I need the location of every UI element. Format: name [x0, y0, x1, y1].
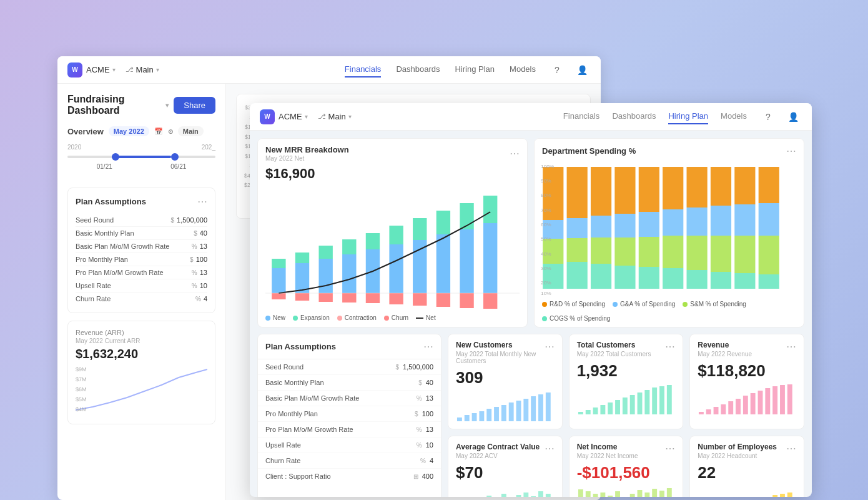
total-customers-menu[interactable]: ⋯: [665, 341, 675, 352]
bg-tab-dashboards[interactable]: Dashboards: [396, 62, 440, 78]
svg-rect-77: [711, 272, 731, 289]
legend-expansion-dot: [293, 316, 298, 321]
svg-rect-115: [623, 398, 628, 414]
legend-cogs-dot: [542, 316, 547, 321]
fg-company-selector[interactable]: ACME ▾: [279, 112, 308, 121]
svg-text:20%: 20%: [541, 280, 551, 286]
net-income-menu[interactable]: ⋯: [665, 442, 675, 454]
svg-rect-116: [629, 395, 634, 414]
revenue-kpi-menu[interactable]: ⋯: [786, 341, 796, 352]
svg-rect-82: [759, 167, 779, 203]
new-customers-chart: [456, 391, 555, 422]
svg-rect-42: [436, 293, 450, 307]
svg-rect-102: [501, 405, 506, 421]
legend-contraction: Contraction: [337, 314, 377, 321]
fg-plan-menu[interactable]: ⋯: [423, 341, 433, 352]
slider-thumb-right[interactable]: [171, 153, 179, 161]
bg-company-selector[interactable]: ACME ▾: [86, 65, 116, 74]
legend-sm-dot: [683, 302, 688, 307]
fg-header: W ACME ▾ ⎇ Main ▾ Financials Dashboards …: [250, 103, 812, 131]
legend-new-dot: [265, 316, 270, 321]
slider-thumb-left[interactable]: [112, 153, 119, 161]
fg-row2: Plan Assumptions ⋯ Seed Round $ 1,500,00…: [257, 334, 804, 497]
svg-rect-156: [637, 490, 642, 497]
mrr-menu[interactable]: ⋯: [510, 148, 520, 159]
svg-rect-18: [342, 254, 356, 293]
fg-tab-financials[interactable]: Financials: [563, 109, 600, 124]
svg-rect-50: [567, 167, 588, 218]
fg-plan-row-1: Basic Monthly Plan $ 40: [258, 375, 441, 391]
employees-menu[interactable]: ⋯: [786, 442, 796, 454]
svg-rect-147: [546, 494, 551, 497]
bg-tab-models[interactable]: Models: [510, 62, 536, 78]
acv-title: Average Contract Value: [456, 442, 540, 451]
svg-text:60%: 60%: [541, 222, 551, 228]
svg-rect-146: [538, 491, 543, 497]
svg-rect-127: [736, 399, 741, 414]
employees-subtitle: May 2022 Headcount: [698, 452, 777, 459]
svg-rect-143: [516, 495, 521, 497]
dept-card: Department Spending % ⋯: [534, 138, 804, 328]
svg-rect-56: [591, 238, 611, 264]
fg-help-icon[interactable]: ?: [759, 108, 777, 126]
legend-churn-dot: [384, 316, 389, 321]
svg-rect-120: [659, 386, 664, 414]
svg-rect-117: [637, 392, 642, 414]
fg-content: New MRR Breakdown May 2022 Net ⋯ $16,900: [250, 131, 812, 497]
svg-rect-97: [465, 415, 470, 421]
svg-rect-39: [366, 293, 380, 303]
fg-tab-hiring[interactable]: Hiring Plan: [668, 109, 708, 124]
acv-value: $70: [456, 463, 555, 482]
svg-rect-132: [773, 386, 778, 414]
fg-branch-selector[interactable]: ⎇ Main ▾: [318, 112, 352, 121]
fg-nav: Financials Dashboards Hiring Plan Models: [563, 109, 747, 124]
date-slider[interactable]: 2020 202_ 01/21 06/21: [67, 141, 215, 178]
bg-plan-menu[interactable]: ⋯: [197, 196, 207, 208]
svg-rect-58: [614, 167, 635, 214]
bg-help-icon[interactable]: ?: [548, 61, 566, 79]
fg-tab-dashboards[interactable]: Dashboards: [612, 109, 656, 124]
new-customers-title: New Customers: [456, 341, 545, 349]
svg-text:100%: 100%: [541, 164, 554, 169]
svg-rect-121: [667, 385, 672, 414]
bg-tab-financials[interactable]: Financials: [345, 62, 382, 78]
legend-cogs: COGS % of Spending: [542, 315, 610, 322]
share-button[interactable]: Share: [174, 97, 215, 114]
new-customers-subtitle: May 2022 Total Monthly New Customers: [456, 351, 545, 364]
svg-rect-157: [644, 492, 649, 497]
assumption-row-0: Seed Round $ 1,500,000: [76, 214, 207, 227]
svg-rect-73: [687, 270, 708, 289]
fg-user-icon[interactable]: 👤: [784, 108, 802, 126]
svg-rect-26: [295, 252, 309, 263]
bg-tab-hiring[interactable]: Hiring Plan: [455, 62, 495, 78]
svg-rect-68: [663, 236, 683, 268]
svg-rect-128: [743, 396, 748, 414]
bg-header-icons: ? 👤: [548, 61, 591, 79]
fg-branch-icon: ⎇: [318, 112, 326, 121]
date-badge[interactable]: May 2022: [109, 126, 149, 136]
fg-company-chevron: ▾: [305, 113, 308, 120]
revenue-sublabel: May 2022 Current ARR: [76, 338, 207, 344]
acv-subtitle: May 2022 ACV: [456, 452, 540, 459]
acv-menu[interactable]: ⋯: [545, 442, 555, 454]
legend-ga: G&A % of Spending: [613, 301, 675, 308]
fg-tab-models[interactable]: Models: [721, 109, 747, 124]
total-customers-chart: [577, 384, 676, 416]
new-customers-menu[interactable]: ⋯: [545, 341, 555, 352]
bg-branch-selector[interactable]: ⎇ Main ▾: [126, 65, 159, 74]
total-customers-subtitle: May 2022 Total Customers: [577, 351, 651, 358]
dept-menu[interactable]: ⋯: [786, 145, 796, 157]
svg-rect-172: [780, 494, 785, 497]
revenue-kpi-card: Revenue May 2022 Revenue ⋯ $118,820: [689, 334, 804, 429]
employees-chart: [698, 486, 796, 497]
svg-text:80%: 80%: [541, 192, 551, 198]
overview-section: Overview May 2022 📅 ⊙ Main 2020 202_: [67, 126, 215, 178]
mrr-value: $16,900: [258, 166, 527, 187]
bg-user-icon[interactable]: 👤: [573, 61, 591, 79]
net-income-subtitle: May 2022 Net Income: [577, 452, 638, 459]
foreground-window: W ACME ▾ ⎇ Main ▾ Financials Dashboards …: [250, 103, 812, 497]
revenue-label: Revenue (ARR): [76, 329, 207, 336]
svg-rect-106: [531, 396, 536, 421]
svg-rect-51: [567, 218, 588, 238]
svg-text:90%: 90%: [541, 178, 551, 184]
